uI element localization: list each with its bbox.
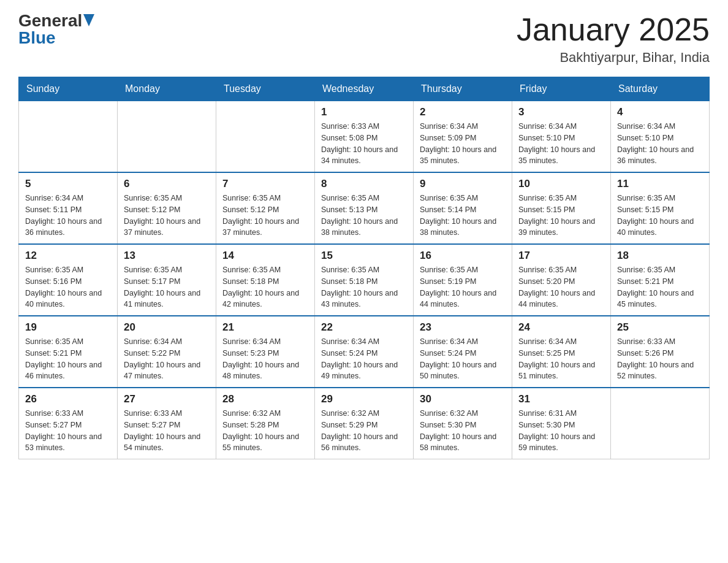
day-info: Sunrise: 6:35 AMSunset: 5:16 PMDaylight:… bbox=[25, 264, 111, 310]
day-info: Sunrise: 6:35 AMSunset: 5:15 PMDaylight:… bbox=[518, 193, 604, 239]
day-info: Sunrise: 6:35 AMSunset: 5:21 PMDaylight:… bbox=[617, 264, 703, 310]
day-info: Sunrise: 6:33 AMSunset: 5:08 PMDaylight:… bbox=[321, 121, 407, 167]
day-info: Sunrise: 6:32 AMSunset: 5:30 PMDaylight:… bbox=[420, 408, 506, 454]
day-number: 6 bbox=[124, 178, 210, 190]
column-header-saturday: Saturday bbox=[611, 77, 710, 101]
day-number: 19 bbox=[25, 321, 111, 334]
column-header-thursday: Thursday bbox=[414, 77, 512, 101]
day-info: Sunrise: 6:34 AMSunset: 5:10 PMDaylight:… bbox=[617, 121, 703, 167]
day-number: 22 bbox=[321, 321, 407, 334]
calendar-day-12: 12Sunrise: 6:35 AMSunset: 5:16 PMDayligh… bbox=[19, 244, 118, 316]
logo: General Blue bbox=[18, 12, 94, 47]
calendar-day-10: 10Sunrise: 6:35 AMSunset: 5:15 PMDayligh… bbox=[512, 172, 611, 244]
day-number: 10 bbox=[518, 178, 604, 190]
calendar-day-30: 30Sunrise: 6:32 AMSunset: 5:30 PMDayligh… bbox=[414, 388, 512, 459]
day-number: 18 bbox=[617, 250, 703, 262]
day-number: 4 bbox=[617, 106, 703, 118]
calendar-week-row: 19Sunrise: 6:35 AMSunset: 5:21 PMDayligh… bbox=[19, 316, 710, 388]
day-number: 23 bbox=[420, 321, 506, 334]
calendar-day-6: 6Sunrise: 6:35 AMSunset: 5:12 PMDaylight… bbox=[118, 172, 216, 244]
day-info: Sunrise: 6:32 AMSunset: 5:28 PMDaylight:… bbox=[222, 408, 308, 454]
day-info: Sunrise: 6:34 AMSunset: 5:23 PMDaylight:… bbox=[222, 336, 308, 382]
day-info: Sunrise: 6:33 AMSunset: 5:27 PMDaylight:… bbox=[25, 408, 111, 454]
day-number: 3 bbox=[518, 106, 604, 118]
calendar-day-13: 13Sunrise: 6:35 AMSunset: 5:17 PMDayligh… bbox=[118, 244, 216, 316]
day-info: Sunrise: 6:35 AMSunset: 5:19 PMDaylight:… bbox=[420, 264, 506, 310]
empty-cell bbox=[19, 101, 118, 173]
day-info: Sunrise: 6:32 AMSunset: 5:29 PMDaylight:… bbox=[321, 408, 407, 454]
calendar-week-row: 12Sunrise: 6:35 AMSunset: 5:16 PMDayligh… bbox=[19, 244, 710, 316]
calendar-day-7: 7Sunrise: 6:35 AMSunset: 5:12 PMDaylight… bbox=[216, 172, 315, 244]
calendar-day-31: 31Sunrise: 6:31 AMSunset: 5:30 PMDayligh… bbox=[512, 388, 611, 459]
day-number: 1 bbox=[321, 106, 407, 118]
calendar-day-5: 5Sunrise: 6:34 AMSunset: 5:11 PMDaylight… bbox=[19, 172, 118, 244]
calendar-day-9: 9Sunrise: 6:35 AMSunset: 5:14 PMDaylight… bbox=[414, 172, 512, 244]
day-info: Sunrise: 6:34 AMSunset: 5:24 PMDaylight:… bbox=[321, 336, 407, 382]
calendar-day-22: 22Sunrise: 6:34 AMSunset: 5:24 PMDayligh… bbox=[315, 316, 414, 388]
column-header-monday: Monday bbox=[118, 77, 216, 101]
calendar-table: SundayMondayTuesdayWednesdayThursdayFrid… bbox=[18, 77, 710, 459]
calendar-day-3: 3Sunrise: 6:34 AMSunset: 5:10 PMDaylight… bbox=[512, 101, 611, 173]
location-title: Bakhtiyarpur, Bihar, India bbox=[517, 50, 710, 66]
calendar-day-16: 16Sunrise: 6:35 AMSunset: 5:19 PMDayligh… bbox=[414, 244, 512, 316]
logo-blue: Blue bbox=[18, 29, 56, 47]
day-info: Sunrise: 6:34 AMSunset: 5:09 PMDaylight:… bbox=[420, 121, 506, 167]
day-info: Sunrise: 6:34 AMSunset: 5:11 PMDaylight:… bbox=[25, 193, 111, 239]
column-header-tuesday: Tuesday bbox=[216, 77, 315, 101]
day-number: 17 bbox=[518, 250, 604, 262]
day-number: 25 bbox=[617, 321, 703, 334]
calendar-week-row: 26Sunrise: 6:33 AMSunset: 5:27 PMDayligh… bbox=[19, 388, 710, 459]
day-info: Sunrise: 6:35 AMSunset: 5:12 PMDaylight:… bbox=[222, 193, 308, 239]
calendar-day-14: 14Sunrise: 6:35 AMSunset: 5:18 PMDayligh… bbox=[216, 244, 315, 316]
day-number: 15 bbox=[321, 250, 407, 262]
day-number: 21 bbox=[222, 321, 308, 334]
day-info: Sunrise: 6:31 AMSunset: 5:30 PMDaylight:… bbox=[518, 408, 604, 454]
calendar-day-17: 17Sunrise: 6:35 AMSunset: 5:20 PMDayligh… bbox=[512, 244, 611, 316]
logo-arrow-icon bbox=[83, 14, 94, 26]
calendar-day-23: 23Sunrise: 6:34 AMSunset: 5:24 PMDayligh… bbox=[414, 316, 512, 388]
day-number: 2 bbox=[420, 106, 506, 118]
day-info: Sunrise: 6:35 AMSunset: 5:18 PMDaylight:… bbox=[321, 264, 407, 310]
empty-cell bbox=[118, 101, 216, 173]
calendar-day-15: 15Sunrise: 6:35 AMSunset: 5:18 PMDayligh… bbox=[315, 244, 414, 316]
empty-cell bbox=[611, 388, 710, 459]
calendar-day-26: 26Sunrise: 6:33 AMSunset: 5:27 PMDayligh… bbox=[19, 388, 118, 459]
day-number: 9 bbox=[420, 178, 506, 190]
column-header-wednesday: Wednesday bbox=[315, 77, 414, 101]
day-number: 31 bbox=[518, 393, 604, 405]
day-number: 27 bbox=[124, 393, 210, 405]
day-info: Sunrise: 6:34 AMSunset: 5:25 PMDaylight:… bbox=[518, 336, 604, 382]
day-number: 5 bbox=[25, 178, 111, 190]
calendar-header-row: SundayMondayTuesdayWednesdayThursdayFrid… bbox=[19, 77, 710, 101]
day-number: 29 bbox=[321, 393, 407, 405]
day-number: 30 bbox=[420, 393, 506, 405]
logo-general: General bbox=[18, 12, 82, 29]
day-info: Sunrise: 6:35 AMSunset: 5:13 PMDaylight:… bbox=[321, 193, 407, 239]
page-header: General Blue January 2025 Bakhtiyarpur, … bbox=[18, 12, 710, 66]
day-info: Sunrise: 6:35 AMSunset: 5:18 PMDaylight:… bbox=[222, 264, 308, 310]
day-info: Sunrise: 6:35 AMSunset: 5:20 PMDaylight:… bbox=[518, 264, 604, 310]
calendar-day-27: 27Sunrise: 6:33 AMSunset: 5:27 PMDayligh… bbox=[118, 388, 216, 459]
calendar-day-19: 19Sunrise: 6:35 AMSunset: 5:21 PMDayligh… bbox=[19, 316, 118, 388]
day-info: Sunrise: 6:35 AMSunset: 5:15 PMDaylight:… bbox=[617, 193, 703, 239]
day-info: Sunrise: 6:35 AMSunset: 5:17 PMDaylight:… bbox=[124, 264, 210, 310]
calendar-day-8: 8Sunrise: 6:35 AMSunset: 5:13 PMDaylight… bbox=[315, 172, 414, 244]
day-info: Sunrise: 6:34 AMSunset: 5:22 PMDaylight:… bbox=[124, 336, 210, 382]
day-info: Sunrise: 6:34 AMSunset: 5:10 PMDaylight:… bbox=[518, 121, 604, 167]
calendar-day-4: 4Sunrise: 6:34 AMSunset: 5:10 PMDaylight… bbox=[611, 101, 710, 173]
day-number: 26 bbox=[25, 393, 111, 405]
calendar-day-2: 2Sunrise: 6:34 AMSunset: 5:09 PMDaylight… bbox=[414, 101, 512, 173]
calendar-day-18: 18Sunrise: 6:35 AMSunset: 5:21 PMDayligh… bbox=[611, 244, 710, 316]
calendar-week-row: 1Sunrise: 6:33 AMSunset: 5:08 PMDaylight… bbox=[19, 101, 710, 173]
day-number: 13 bbox=[124, 250, 210, 262]
column-header-sunday: Sunday bbox=[19, 77, 118, 101]
column-header-friday: Friday bbox=[512, 77, 611, 101]
calendar-week-row: 5Sunrise: 6:34 AMSunset: 5:11 PMDaylight… bbox=[19, 172, 710, 244]
calendar-day-20: 20Sunrise: 6:34 AMSunset: 5:22 PMDayligh… bbox=[118, 316, 216, 388]
day-number: 12 bbox=[25, 250, 111, 262]
calendar-day-1: 1Sunrise: 6:33 AMSunset: 5:08 PMDaylight… bbox=[315, 101, 414, 173]
empty-cell bbox=[216, 101, 315, 173]
day-number: 8 bbox=[321, 178, 407, 190]
day-info: Sunrise: 6:33 AMSunset: 5:27 PMDaylight:… bbox=[124, 408, 210, 454]
day-number: 16 bbox=[420, 250, 506, 262]
